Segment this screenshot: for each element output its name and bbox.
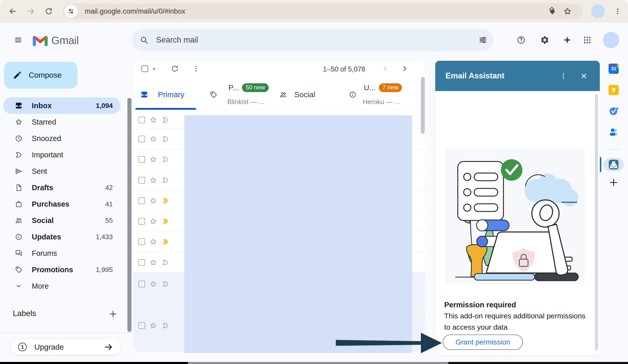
sidebar-nav: Inbox1,094StarredSnoozedImportantSentDra… [0,97,132,294]
important-marker-icon[interactable] [162,280,169,288]
bookmark-star-icon[interactable] [563,7,572,16]
people-icon [279,91,287,98]
reload-icon [45,7,53,15]
star-icon[interactable] [149,280,157,288]
chevron-left-icon [382,65,389,72]
sidebar-item-label: Snoozed [32,134,61,143]
row-checkbox[interactable] [138,322,145,329]
site-settings-icon[interactable] [64,5,78,18]
newer-page-button[interactable] [378,62,392,76]
settings-button[interactable] [537,33,552,47]
sidebar-scrollbar[interactable] [127,98,131,332]
star-icon[interactable] [149,217,157,225]
address-bar[interactable]: mail.google.com/mail/u/0/#inbox [63,3,583,19]
contacts-sidebar-button[interactable] [608,126,619,138]
forward-icon [27,7,35,15]
important-marker-icon[interactable] [162,197,169,205]
row-checkbox[interactable] [138,177,145,184]
refresh-button[interactable] [168,62,182,76]
assistant-scrollbar[interactable] [595,94,598,350]
sidebar-item-label: Inbox [32,102,52,110]
help-button[interactable] [514,33,529,47]
calendar-sidebar-button[interactable]: 31 [608,63,619,74]
sidebar-item-promotions[interactable]: Promotions1,995 [3,261,120,278]
star-icon[interactable] [149,238,157,246]
browser-back-button[interactable] [6,4,20,18]
url-text[interactable]: mail.google.com/mail/u/0/#inbox [85,7,185,15]
star-icon[interactable] [149,322,157,329]
sidebar-item-purchases[interactable]: Purchases41 [3,196,120,212]
sidebar-item-drafts[interactable]: Drafts42 [3,179,120,196]
more-options-button[interactable] [189,62,203,76]
gmail-logo[interactable]: Gmail [33,34,79,47]
account-avatar[interactable] [603,32,619,48]
sidebar-item-starred[interactable]: Starred [3,114,120,130]
apps-grid-button[interactable] [580,33,595,47]
star-icon[interactable] [149,176,157,184]
important-marker-icon[interactable] [162,238,169,246]
assistant-menu-button[interactable] [556,69,570,83]
people-icon [15,217,23,224]
assistant-title: Email Assistant [445,61,504,91]
tab-social[interactable]: Social [263,79,328,110]
search-input[interactable]: Search mail [156,35,198,45]
email-assistant-addon-button[interactable] [603,158,624,171]
row-checkbox[interactable] [138,259,145,266]
sidebar-item-sent[interactable]: Sent [3,163,120,179]
older-page-button[interactable] [398,62,412,76]
tab-p[interactable]: P...50 newBlinkist — ... [198,79,263,110]
row-checkbox[interactable] [138,238,145,245]
sidebar-item-inbox[interactable]: Inbox1,094 [3,97,120,114]
row-checkbox[interactable] [138,136,145,142]
important-marker-icon[interactable] [162,217,169,225]
search-bar[interactable]: Search mail [132,29,493,51]
get-addons-button[interactable] [608,177,619,188]
row-checkbox[interactable] [138,281,145,287]
select-dropdown-icon[interactable] [151,66,157,72]
tab-primary[interactable]: Primary [133,79,198,110]
gmail-screen: mail.google.com/mail/u/0/#inbox Gmail Se… [0,0,628,364]
assistant-close-button[interactable] [577,69,591,83]
tasks-icon [609,106,619,116]
keep-sidebar-button[interactable] [608,84,619,96]
browser-profile-avatar[interactable] [591,4,605,18]
sidebar-item-forums[interactable]: Forums [3,245,120,261]
sidebar-item-updates[interactable]: Updates1,433 [3,229,120,245]
important-marker-icon[interactable] [162,116,169,124]
sidebar-item-social[interactable]: Social55 [3,212,120,229]
upgrade-button[interactable]: 1 Upgrade [11,339,121,355]
star-icon[interactable] [149,259,157,266]
sidebar-item-snoozed[interactable]: Snoozed [3,130,120,147]
tab-u[interactable]: U...7 newHeroku — ... [328,79,393,110]
select-all-checkbox[interactable] [141,65,148,72]
search-options-icon[interactable] [479,36,487,44]
star-icon[interactable] [149,116,157,124]
grant-permission-button[interactable]: Grant permission [443,335,523,350]
star-icon[interactable] [149,197,157,205]
extension-icon[interactable] [548,7,556,16]
important-marker-icon[interactable] [162,322,169,329]
mail-list-scrollbar[interactable] [421,77,425,134]
important-marker-icon[interactable] [162,176,169,184]
row-checkbox[interactable] [138,117,145,123]
important-marker-icon[interactable] [162,156,169,163]
sidebar-item-more[interactable]: More [3,278,120,294]
tab-label: U... [364,83,376,92]
star-icon[interactable] [149,135,157,143]
sidebar-item-important[interactable]: Important [3,147,120,163]
row-checkbox[interactable] [138,218,145,225]
browser-menu-button[interactable] [611,4,625,18]
main-menu-button[interactable] [11,33,26,47]
gemini-button[interactable] [560,33,575,47]
compose-button[interactable]: Compose [4,62,77,88]
gear-icon [540,35,549,45]
browser-forward-button[interactable] [24,4,38,18]
important-marker-icon[interactable] [162,259,169,266]
row-checkbox[interactable] [138,156,145,163]
important-marker-icon[interactable] [162,135,169,143]
tasks-sidebar-button[interactable] [608,105,619,116]
create-label-button[interactable] [106,307,120,321]
star-icon[interactable] [149,156,157,163]
row-checkbox[interactable] [138,197,145,204]
browser-reload-button[interactable] [42,4,56,18]
